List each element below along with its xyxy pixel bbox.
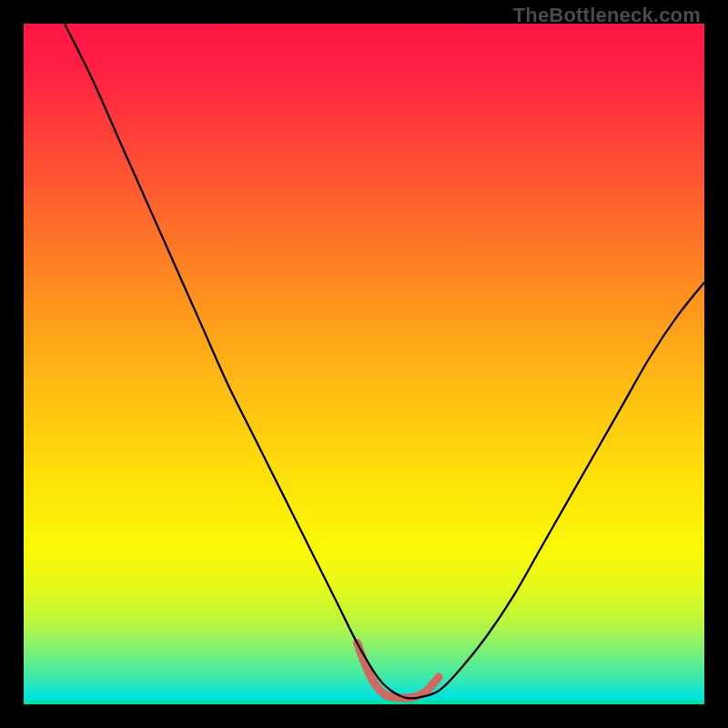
chart-frame: TheBottleneck.com	[0, 0, 728, 728]
plot-area	[24, 24, 704, 704]
watermark-text: TheBottleneck.com	[513, 4, 701, 27]
bottleneck-curve	[65, 24, 704, 699]
curve-layer	[24, 24, 704, 704]
flat-bottom-highlight	[358, 643, 440, 699]
